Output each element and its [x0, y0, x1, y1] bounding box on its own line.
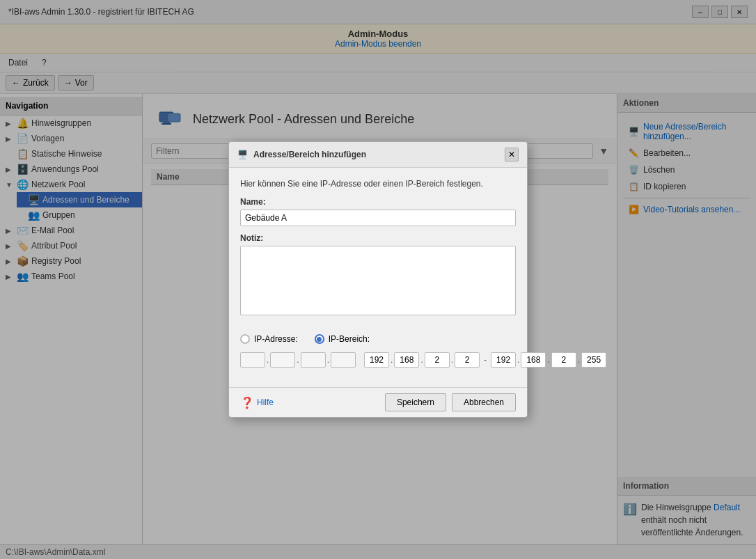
ip-section: . . . . . . - [240, 352, 516, 368]
modal-title-icon: 🖥️ [237, 150, 248, 159]
ip-range-start3[interactable] [425, 352, 450, 368]
ip-address-group: . . . [240, 352, 356, 368]
modal-close-button[interactable]: ✕ [505, 148, 519, 162]
modal-body: Hier können Sie eine IP-Adresse oder ein… [229, 168, 527, 387]
name-input[interactable] [240, 210, 516, 226]
save-button[interactable]: Speichern [385, 393, 446, 411]
ip-addr-part2 [270, 352, 295, 368]
help-button[interactable]: ❓ Hilfe [240, 396, 274, 409]
ip-range-end3[interactable] [551, 352, 576, 368]
modal-overlay: 🖥️ Adresse/Bereich hinzufügen ✕ Hier kön… [0, 0, 756, 559]
radio-ip-range-label: IP-Bereich: [329, 334, 370, 344]
ip-addr-part4 [331, 352, 356, 368]
note-wrapper [240, 246, 516, 326]
radio-ip-address-label: IP-Adresse: [254, 334, 298, 344]
radio-ip-range-option[interactable]: IP-Bereich: [315, 334, 370, 344]
ip-range-end4[interactable] [581, 352, 606, 368]
ip-range-end2[interactable] [521, 352, 546, 368]
radio-group: IP-Adresse: IP-Bereich: [240, 334, 516, 344]
ip-range-start1[interactable] [364, 352, 389, 368]
help-icon: ❓ [240, 396, 254, 409]
radio-ip-range-btn[interactable] [315, 334, 324, 344]
ip-addr-part3 [301, 352, 326, 368]
modal-add-address: 🖥️ Adresse/Bereich hinzufügen ✕ Hier kön… [228, 141, 528, 418]
help-label: Hilfe [257, 397, 274, 407]
radio-ip-address-btn[interactable] [240, 334, 250, 344]
note-textarea[interactable] [240, 246, 516, 315]
modal-description: Hier können Sie eine IP-Adresse oder ein… [240, 179, 516, 189]
note-label: Notiz: [240, 233, 516, 243]
ip-range-group: . . . - . . . [364, 352, 606, 368]
ip-range-start2[interactable] [394, 352, 419, 368]
modal-title: 🖥️ Adresse/Bereich hinzufügen [237, 150, 366, 159]
modal-actions: Speichern Abbrechen [385, 393, 516, 411]
modal-footer: ❓ Hilfe Speichern Abbrechen [229, 387, 527, 417]
ip-range-start4[interactable] [455, 352, 480, 368]
modal-title-text: Adresse/Bereich hinzufügen [253, 150, 366, 159]
cancel-button[interactable]: Abbrechen [452, 393, 516, 411]
modal-title-bar: 🖥️ Adresse/Bereich hinzufügen ✕ [229, 142, 527, 168]
name-label: Name: [240, 197, 516, 207]
ip-addr-part1 [240, 352, 265, 368]
ip-range-end1[interactable] [491, 352, 516, 368]
radio-ip-address-option[interactable]: IP-Adresse: [240, 334, 298, 344]
